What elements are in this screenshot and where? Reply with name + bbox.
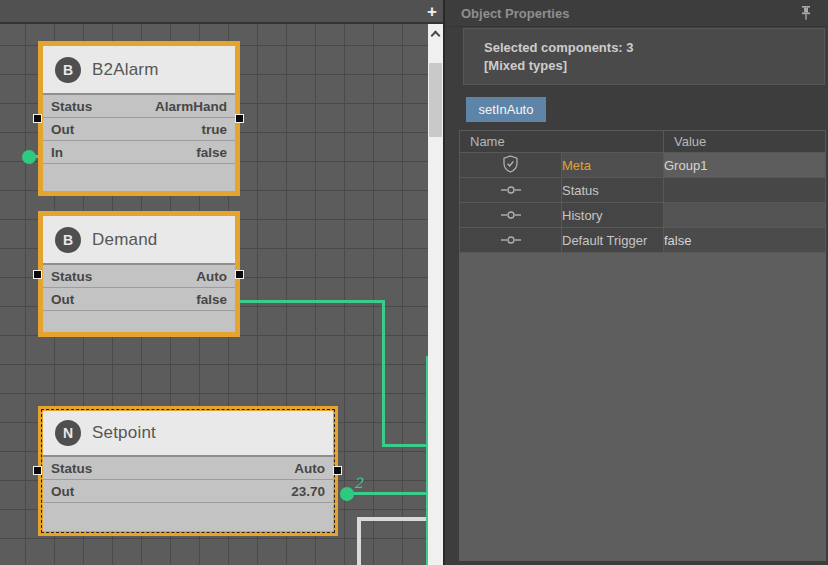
pin-label: Out — [51, 484, 74, 499]
block-footer — [43, 311, 235, 332]
selection-summary-count: Selected components: 3 — [484, 40, 634, 55]
wire-demand-out-h[interactable] — [240, 300, 385, 303]
pin-value: false — [196, 145, 227, 160]
properties-table-area: Name Value Meta Group1 — [459, 130, 826, 561]
column-header-value[interactable]: Value — [664, 131, 826, 153]
node-icon — [460, 203, 562, 228]
pin-value: Auto — [196, 269, 227, 284]
selection-summary-types: [Mixed types] — [484, 58, 567, 73]
partial-block[interactable] — [357, 517, 429, 565]
property-value[interactable]: false — [664, 228, 826, 253]
pin-row-out[interactable]: Out false — [43, 288, 235, 311]
property-name[interactable]: Status — [562, 178, 664, 203]
properties-table: Name Value Meta Group1 — [459, 130, 826, 253]
block-demand-header[interactable]: B Demand — [43, 216, 235, 265]
property-row-history[interactable]: History — [460, 203, 826, 228]
wire-setpoint-out-h[interactable] — [347, 492, 429, 495]
block-footer — [43, 503, 333, 531]
pin-value: true — [201, 122, 227, 137]
canvas-vertical-scrollbar[interactable] — [428, 24, 443, 565]
table-header-row: Name Value — [460, 131, 826, 153]
block-title: Demand — [92, 230, 157, 250]
pin-row-out[interactable]: Out true — [43, 118, 235, 141]
property-value[interactable] — [664, 178, 826, 203]
block-title: B2Alarm — [92, 60, 159, 80]
pin-label: Out — [51, 292, 74, 307]
canvas-tab-bar: + — [0, 0, 445, 24]
pin-row-status[interactable]: Status Auto — [43, 265, 235, 288]
property-name[interactable]: Meta — [562, 153, 664, 178]
set-in-auto-button[interactable]: setInAuto — [466, 97, 546, 122]
pin-label: In — [51, 145, 63, 160]
pin-label: Status — [51, 269, 92, 284]
scroll-up-button[interactable] — [428, 24, 443, 44]
pin-value: AlarmHand — [155, 99, 227, 114]
block-b2alarm-header[interactable]: B B2Alarm — [43, 46, 235, 95]
column-header-name[interactable]: Name — [460, 131, 664, 153]
numeric-type-icon: N — [55, 420, 81, 446]
wire-endpoint-dot[interactable] — [22, 150, 36, 164]
chevron-up-icon — [431, 31, 441, 41]
block-setpoint-header[interactable]: N Setpoint — [43, 411, 333, 457]
wiresheet-window: + B B2Alarm Status AlarmHand Out true In… — [0, 0, 828, 565]
block-title: Setpoint — [92, 423, 156, 443]
selection-summary-box: Selected components: 3 [Mixed types] — [463, 28, 825, 85]
block-footer — [43, 164, 235, 191]
block-b2alarm[interactable]: B B2Alarm Status AlarmHand Out true In f… — [38, 41, 240, 196]
pin-label: Out — [51, 122, 74, 137]
property-row-default-trigger[interactable]: Default Trigger false — [460, 228, 826, 253]
property-name[interactable]: Default Trigger — [562, 228, 664, 253]
wire-connector-h[interactable] — [382, 444, 429, 447]
selection-handle[interactable] — [333, 466, 342, 475]
panel-title: Object Properties — [461, 6, 569, 21]
pin-value: Auto — [294, 461, 325, 476]
property-name[interactable]: History — [562, 203, 664, 228]
wire-junction-dot[interactable] — [340, 487, 354, 501]
selection-handle[interactable] — [235, 270, 244, 279]
pin-value: 23.70 — [291, 484, 325, 499]
pin-row-status[interactable]: Status AlarmHand — [43, 95, 235, 118]
pin-label: Status — [51, 99, 92, 114]
pin-value: false — [196, 292, 227, 307]
object-properties-panel: Object Properties Selected components: 3… — [443, 0, 828, 565]
shield-check-icon — [460, 153, 562, 178]
property-value[interactable] — [664, 203, 826, 228]
scrollbar-thumb[interactable] — [429, 63, 442, 137]
panel-title-bar: Object Properties — [445, 0, 828, 27]
block-demand[interactable]: B Demand Status Auto Out false — [38, 211, 240, 337]
selection-handle[interactable] — [235, 114, 244, 123]
pin-row-in[interactable]: In false — [43, 141, 235, 164]
boolean-type-icon: B — [55, 227, 81, 253]
property-row-meta[interactable]: Meta Group1 — [460, 153, 826, 178]
selection-handle[interactable] — [33, 466, 42, 475]
block-setpoint[interactable]: N Setpoint Status Auto Out 23.70 — [38, 406, 338, 536]
pin-row-out[interactable]: Out 23.70 — [43, 480, 333, 503]
node-icon — [460, 178, 562, 203]
selection-handle[interactable] — [33, 114, 42, 123]
wire-junction-count: 2 — [354, 475, 363, 491]
add-tab-button[interactable]: + — [427, 2, 437, 22]
pin-panel-icon[interactable] — [800, 6, 812, 21]
node-icon — [460, 228, 562, 253]
pin-row-status[interactable]: Status Auto — [43, 457, 333, 480]
wire-demand-out-v[interactable] — [382, 300, 385, 447]
pin-label: Status — [51, 461, 92, 476]
boolean-type-icon: B — [55, 57, 81, 83]
property-value[interactable]: Group1 — [664, 153, 826, 178]
selection-handle[interactable] — [33, 270, 42, 279]
property-row-status[interactable]: Status — [460, 178, 826, 203]
